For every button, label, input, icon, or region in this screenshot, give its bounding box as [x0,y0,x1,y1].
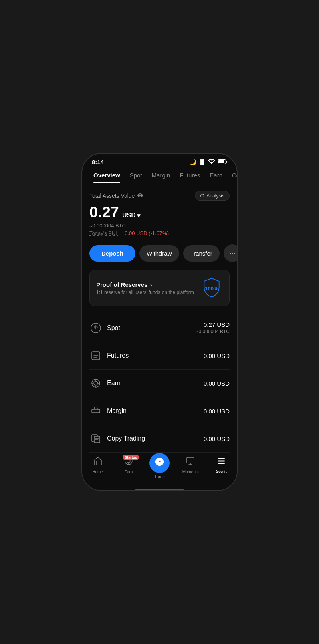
action-buttons: Deposit Withdraw Transfer ··· [89,244,230,262]
total-assets-header: Total Assets Value ⏱ Analysis [89,191,230,201]
signal-icon: ▐▌ [199,159,206,165]
assets-label: Assets [215,470,227,474]
spot-btc: ≈0.000004 BTC [196,329,230,334]
asset-right-spot: 0.27 USD ≈0.000004 BTC [196,321,230,334]
tab-bar: Overview Spot Margin Futures Earn Copy [82,168,237,183]
tab-margin[interactable]: Margin [147,168,175,183]
moon-icon: 🌙 [190,159,196,165]
deposit-button[interactable]: Deposit [89,245,135,262]
trade-icon [155,457,164,469]
asset-right-margin: 0.00 USD [204,408,230,415]
margin-icon [89,405,102,417]
spot-name: Spot [107,324,120,332]
asset-row-futures[interactable]: Futures 0.00 USD [89,342,230,370]
battery-icon [218,159,227,165]
svg-rect-1 [218,160,224,163]
margin-name: Margin [107,407,127,415]
pnl-value: +0.00 USD (-1.07%) [122,230,169,236]
earn-value: 0.00 USD [204,380,230,387]
asset-row-spot[interactable]: Spot 0.27 USD ≈0.000004 BTC [89,314,230,342]
proof-arrow: › [150,281,152,288]
copy-trading-icon [89,432,102,445]
analysis-button[interactable]: ⏱ Analysis [195,191,230,201]
proof-subtitle: 1:1 reserve for all users' funds on the … [96,290,194,295]
nav-item-moments[interactable]: Moments [175,456,206,479]
pnl-label: Today's PNL [89,230,119,236]
scroll-content[interactable]: Total Assets Value ⏱ Analysis 0.27 [82,183,237,453]
nav-item-earn[interactable]: Startup Earn [113,456,144,479]
proof-title: Proof of Reserves › [96,281,194,288]
tab-earn[interactable]: Earn [205,168,227,183]
asset-left-earn: Earn [89,377,121,390]
svg-rect-18 [218,463,225,464]
tab-overview[interactable]: Overview [89,168,125,183]
spot-icon [89,322,102,334]
asset-row-earn[interactable]: Earn 0.00 USD [89,370,230,397]
btc-approx-value: ≈0.000004 BTC [89,223,230,229]
proof-text: Proof of Reserves › 1:1 reserve for all … [96,281,194,295]
asset-row-margin[interactable]: Margin 0.00 USD [89,397,230,425]
home-icon [93,456,103,468]
assets-icon [216,456,226,468]
asset-left-futures: Futures [89,349,129,362]
asset-left-copy: Copy Trading [89,432,145,445]
home-label: Home [92,470,103,474]
asset-left-margin: Margin [89,405,127,417]
moments-label: Moments [182,470,199,474]
proof-of-reserves-card[interactable]: Proof of Reserves › 1:1 reserve for all … [89,270,230,306]
futures-value: 0.00 USD [204,352,230,359]
eye-icon[interactable] [137,193,143,199]
copy-trading-value: 0.00 USD [204,435,230,442]
svg-text:100%: 100% [205,286,218,292]
total-assets-section: Total Assets Value ⏱ Analysis 0.27 [89,191,230,236]
earn-icon [89,377,102,390]
nav-item-assets[interactable]: Assets [206,456,237,479]
analysis-icon: ⏱ [200,193,205,199]
total-assets-label-text: Total Assets Value [89,193,135,199]
trade-button[interactable] [149,453,170,473]
spot-value: 0.27 USD [196,321,230,328]
startup-badge: Startup [123,455,139,460]
more-icon: ··· [229,249,235,258]
total-value-row: 0.27 USD ▾ [89,204,230,221]
svg-rect-17 [218,461,225,462]
tab-futures[interactable]: Futures [175,168,205,183]
trade-label: Trade [154,475,165,479]
asset-list: Spot 0.27 USD ≈0.000004 BTC [89,314,230,453]
pnl-row: Today's PNL +0.00 USD (-1.07%) [89,230,230,236]
home-indicator [135,489,184,490]
more-button[interactable]: ··· [224,244,237,262]
moments-icon [186,456,195,468]
status-bar: 8:14 🌙 ▐▌ [82,154,237,168]
margin-value: 0.00 USD [204,408,230,415]
asset-row-copy-trading[interactable]: Copy Trading 0.00 USD [89,425,230,453]
asset-right-futures: 0.00 USD [204,352,230,359]
svg-rect-9 [94,436,100,443]
futures-icon [89,349,102,362]
asset-left-spot: Spot [89,322,120,334]
transfer-button[interactable]: Transfer [183,245,220,262]
futures-name: Futures [107,352,129,359]
phone-frame: 8:14 🌙 ▐▌ Overview Spot Margin Futures [81,153,238,491]
copy-trading-name: Copy Trading [107,435,145,442]
earn-nav-label: Earn [124,470,133,474]
bottom-nav: Home Startup Earn [82,453,237,487]
analysis-label: Analysis [206,193,224,199]
tab-copy[interactable]: Copy [227,168,237,183]
withdraw-button[interactable]: Withdraw [139,245,179,262]
earn-name: Earn [107,380,121,387]
asset-right-earn: 0.00 USD [204,380,230,387]
wifi-icon [208,159,215,165]
nav-item-home[interactable]: Home [82,456,113,479]
svg-rect-16 [218,458,225,459]
svg-rect-15 [187,457,194,463]
svg-point-6 [94,381,98,385]
proof-badge: 100% [200,277,223,299]
total-amount: 0.27 [89,204,119,221]
asset-right-copy: 0.00 USD [204,435,230,442]
time-display: 8:14 [92,159,104,165]
currency-selector[interactable]: USD ▾ [122,212,140,219]
nav-item-trade[interactable]: Trade [144,456,175,479]
tab-spot[interactable]: Spot [125,168,147,183]
